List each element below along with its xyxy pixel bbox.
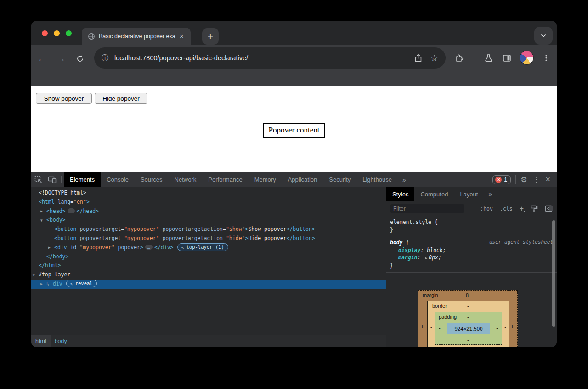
margin-top-value[interactable]: 8: [466, 292, 469, 298]
browser-menu-dots-icon[interactable]: [538, 50, 554, 66]
twisty-arrow-icon[interactable]: ▼: [33, 271, 39, 280]
dom-tree-row[interactable]: ▶<head>…</head>: [31, 207, 386, 216]
bookmark-star-icon[interactable]: ☆: [430, 53, 438, 63]
more-panels-chevron-icon[interactable]: »: [398, 172, 410, 187]
site-info-icon[interactable]: ⓘ: [102, 53, 109, 63]
sidebar-toggle-icon[interactable]: [545, 205, 553, 212]
padding-bottom-value[interactable]: -: [467, 337, 469, 343]
show-popover-button[interactable]: Show popover: [36, 93, 92, 104]
twisty-arrow-icon[interactable]: ▶: [40, 207, 46, 216]
experiments-flask-icon[interactable]: [481, 50, 496, 66]
tab-close-icon[interactable]: ×: [180, 33, 184, 40]
box-model-diagram[interactable]: margin 8 8 8 border - - - padding: [418, 290, 557, 347]
toggle-pseudo-hov-button[interactable]: :hov: [480, 206, 493, 212]
toggle-class-cls-button[interactable]: .cls: [500, 206, 513, 212]
tab-search-chevron-button[interactable]: [534, 27, 553, 45]
twisty-arrow-icon[interactable]: ▶: [48, 243, 54, 252]
devtools-tab-lighthouse[interactable]: Lighthouse: [356, 172, 398, 187]
margin-right-value[interactable]: 8: [512, 324, 514, 329]
maximize-window-button[interactable]: [66, 30, 72, 36]
box-model-padding[interactable]: padding - - - - 924×21.500: [435, 312, 502, 345]
padding-right-value[interactable]: -: [496, 325, 498, 331]
close-window-button[interactable]: [42, 30, 48, 36]
breadcrumb-body[interactable]: body: [51, 335, 71, 347]
padding-top-value[interactable]: -: [467, 314, 469, 320]
error-badge[interactable]: ✕ 1: [492, 175, 511, 184]
inspect-element-icon[interactable]: [31, 172, 45, 187]
devtools-settings-gear-icon[interactable]: ⚙: [520, 175, 527, 184]
devtools-close-icon[interactable]: ×: [545, 175, 550, 184]
browser-tab[interactable]: Basic declarative popover exa ×: [82, 28, 191, 45]
margin-left-value[interactable]: 8: [422, 324, 424, 329]
new-style-rule-button[interactable]: +: [520, 205, 524, 213]
rendering-emulation-paint-icon[interactable]: [531, 205, 538, 212]
dom-tree-row[interactable]: ▶<div id="mypopover" popover>…</div>↖top…: [31, 243, 386, 252]
dom-tree-row[interactable]: <button popovertarget="mypopover" popove…: [31, 225, 386, 234]
device-toolbar-icon[interactable]: [45, 172, 59, 187]
sidebar-more-tabs-chevron-icon[interactable]: »: [484, 187, 496, 201]
element-style-rule[interactable]: element.style { }: [386, 216, 557, 236]
body-ua-rule[interactable]: user agent stylesheet body { display: bl…: [386, 236, 557, 273]
stylesheet-origin: user agent stylesheet: [489, 239, 553, 246]
devtools-tab-performance[interactable]: Performance: [202, 172, 248, 187]
sidebar-tab-computed[interactable]: Computed: [414, 187, 454, 201]
address-bar[interactable]: ⓘ localhost:7800/popover-api/basic-decla…: [94, 47, 446, 69]
reveal-badge[interactable]: ↖reveal: [66, 280, 97, 287]
profile-avatar[interactable]: [520, 51, 534, 65]
code-segment: "mypopover": [79, 244, 114, 251]
twisty-arrow-icon[interactable]: ▼: [40, 216, 46, 225]
devtools-tab-memory[interactable]: Memory: [249, 172, 282, 187]
body-selector[interactable]: body: [390, 239, 403, 246]
url-text[interactable]: localhost:7800/popover-api/basic-declara…: [114, 54, 406, 62]
devtools-tab-network[interactable]: Network: [169, 172, 203, 187]
sidebar-tab-styles[interactable]: Styles: [386, 187, 414, 201]
popover-content-box: Popover content: [263, 123, 325, 138]
breadcrumb-html[interactable]: html: [31, 335, 51, 347]
dom-tree-row[interactable]: ▼<body>: [31, 216, 386, 225]
dom-tree-row[interactable]: <html lang="en">: [31, 198, 386, 207]
dom-tree-row[interactable]: <!DOCTYPE html>: [31, 189, 386, 198]
dom-tree-row[interactable]: </html>: [31, 261, 386, 270]
border-left-value[interactable]: -: [430, 324, 432, 330]
code-segment: <!DOCTYPE html>: [39, 189, 86, 196]
box-model-margin[interactable]: margin 8 8 8 border - - - padding: [418, 290, 518, 347]
reload-button[interactable]: [73, 51, 87, 66]
minimize-window-button[interactable]: [54, 30, 60, 36]
code-segment: popovertarget: [76, 226, 121, 232]
sidebar-tab-layout[interactable]: Layout: [454, 187, 484, 201]
devtools-tab-security[interactable]: Security: [323, 172, 356, 187]
top-layer-badge[interactable]: ↖top-layer (1): [177, 243, 228, 251]
devtools-menu-dots-icon[interactable]: ⋮: [532, 175, 540, 184]
side-panel-icon[interactable]: [499, 50, 514, 66]
border-right-value[interactable]: -: [504, 324, 506, 330]
css-property-display[interactable]: display: block;: [390, 246, 553, 254]
hide-popover-button[interactable]: Hide popover: [95, 93, 147, 104]
box-model-border[interactable]: border - - - padding - - - -: [427, 301, 509, 347]
twisty-arrow-icon[interactable]: ▶: [40, 280, 46, 289]
styles-filter-input[interactable]: [390, 204, 464, 213]
devtools-tab-console[interactable]: Console: [101, 172, 135, 187]
new-tab-button[interactable]: +: [202, 28, 219, 45]
tab-favicon-globe-icon: [88, 33, 95, 40]
devtools-tab-elements[interactable]: Elements: [64, 172, 101, 187]
code-segment: =: [223, 235, 226, 241]
dom-tree-row[interactable]: </body>: [31, 252, 386, 262]
code-segment: =: [223, 226, 226, 232]
expand-shorthand-icon[interactable]: ▶: [425, 256, 427, 260]
back-button[interactable]: ←: [34, 51, 49, 66]
dom-tree-row[interactable]: <button popovertarget="mypopover" popove…: [31, 234, 386, 243]
code-segment: …: [145, 245, 153, 250]
styles-scrollbar[interactable]: [552, 220, 555, 327]
box-model-content[interactable]: 924×21.500: [447, 323, 490, 334]
element-style-selector[interactable]: element.style: [390, 219, 431, 225]
extensions-icon[interactable]: [452, 50, 467, 66]
open-brace: {: [406, 239, 409, 246]
dom-tree-row[interactable]: ▼#top-layer: [31, 270, 386, 280]
css-property-margin[interactable]: margin: ▶8px;: [390, 254, 553, 263]
dom-tree-row[interactable]: ▶↳ div↖reveal: [31, 280, 386, 289]
share-icon[interactable]: [414, 54, 422, 62]
border-top-value[interactable]: -: [467, 303, 469, 309]
devtools-tab-sources[interactable]: Sources: [135, 172, 169, 187]
devtools-tab-application[interactable]: Application: [282, 172, 323, 187]
padding-left-value[interactable]: -: [439, 325, 441, 331]
